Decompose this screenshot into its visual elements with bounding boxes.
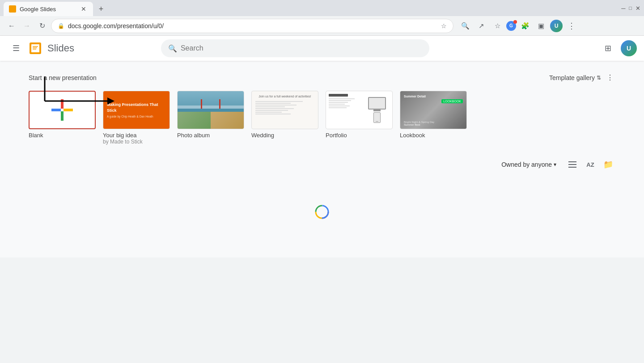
active-tab[interactable]: Google Slides ✕ xyxy=(4,2,93,16)
tab-strip: Google Slides ✕ + xyxy=(0,0,618,16)
star-icon[interactable]: ☆ xyxy=(490,19,504,33)
main-content: Start a new presentation Template galler… xyxy=(0,61,644,257)
refresh-button[interactable]: ↻ xyxy=(36,20,48,32)
template-gallery-button[interactable]: Template gallery ⇅ ⋮ xyxy=(549,72,615,84)
template-wedding[interactable]: Join us for a full weekend of activities… xyxy=(251,91,318,139)
hamburger-button[interactable]: ☰ xyxy=(7,39,25,57)
app-title: Slides xyxy=(47,42,74,54)
svg-rect-2 xyxy=(33,46,38,47)
grid-apps-icon[interactable]: ⊞ xyxy=(599,39,617,57)
search-bar[interactable]: 🔍 xyxy=(161,39,429,57)
svg-rect-1 xyxy=(31,44,39,52)
slides-logo xyxy=(29,42,42,55)
svg-rect-8 xyxy=(51,109,61,111)
gallery-label: Template gallery xyxy=(549,74,595,81)
wedding-line1: Join us for a full weekend of activities… xyxy=(255,95,314,98)
sort-az-icon[interactable]: AZ xyxy=(583,157,597,172)
tab-label: Google Slides xyxy=(20,6,56,13)
portfolio-label: Portfolio xyxy=(326,132,347,139)
folder-icon[interactable]: 📁 xyxy=(601,157,615,172)
google-plus-icon xyxy=(51,99,73,121)
pa-bottom xyxy=(178,112,244,129)
svg-rect-3 xyxy=(33,47,37,48)
user-avatar-app[interactable]: U xyxy=(621,40,637,56)
svg-rect-10 xyxy=(61,99,64,109)
extension-badge[interactable]: G xyxy=(506,21,516,31)
chevron-up-down-icon: ⇅ xyxy=(597,75,601,81)
search-icon: 🔍 xyxy=(168,44,177,53)
back-button[interactable]: ← xyxy=(5,20,18,32)
wedding-label: Wedding xyxy=(251,132,274,139)
blank-label: Blank xyxy=(29,132,43,139)
more-options-icon[interactable]: ⋮ xyxy=(564,19,579,33)
template-photo-album[interactable]: Photo album xyxy=(177,91,244,139)
loading-container: @keyframes spin { to { transform: rotate… xyxy=(29,177,615,247)
svg-rect-12 xyxy=(568,161,576,162)
lookbook-label: Lookbook xyxy=(400,132,425,139)
lookbook-thumb: Summer Detail LOOKBOOK Summer Best Brigh… xyxy=(400,91,467,129)
search-input[interactable] xyxy=(181,44,422,52)
more-vert-icon[interactable]: ⋮ xyxy=(605,72,615,84)
tab-close-icon[interactable]: ✕ xyxy=(80,5,88,13)
svg-rect-4 xyxy=(33,49,36,50)
spinner-svg: @keyframes spin { to { transform: rotate… xyxy=(314,204,330,220)
window-controls: ─ □ ✕ xyxy=(618,0,644,16)
app-header: ☰ Slides 🔍 ⊞ U xyxy=(0,36,644,61)
close-window-icon[interactable]: ✕ xyxy=(636,5,640,12)
wedding-thumb: Join us for a full weekend of activities… xyxy=(251,91,318,129)
ybi-label: Your big idea xyxy=(103,132,136,139)
templates-row: Blank Making Presentations That Stick A … xyxy=(29,91,615,145)
wedding-lines xyxy=(255,101,314,114)
app-header-right: ⊞ U xyxy=(599,39,637,57)
loading-spinner: @keyframes spin { to { transform: rotate… xyxy=(314,204,330,220)
svg-rect-14 xyxy=(568,167,576,168)
search-browser-icon[interactable]: 🔍 xyxy=(458,19,472,33)
address-bar[interactable]: 🔒 docs.google.com/presentation/u/0/ ☆ xyxy=(51,19,453,33)
templates-header: Start a new presentation Template galler… xyxy=(29,72,615,84)
blank-thumb xyxy=(29,91,96,129)
browser-chrome: Google Slides ✕ + ─ □ ✕ xyxy=(0,0,644,16)
portfolio-thumb xyxy=(326,91,393,129)
share-icon[interactable]: ↗ xyxy=(474,19,488,33)
sidebar-toggle-icon[interactable]: ▣ xyxy=(534,19,548,33)
slides-logo-svg xyxy=(29,42,42,55)
template-blank[interactable]: Blank xyxy=(29,91,96,139)
template-your-big-idea[interactable]: Making Presentations That Stick A guide … xyxy=(103,91,170,145)
svg-rect-9 xyxy=(64,109,73,111)
template-lookbook[interactable]: Summer Detail LOOKBOOK Summer Best Brigh… xyxy=(400,91,467,139)
svg-rect-11 xyxy=(61,111,64,121)
start-new-label: Start a new presentation xyxy=(29,74,97,81)
lock-icon: 🔒 xyxy=(58,23,64,29)
tab-favicon xyxy=(9,5,16,13)
new-tab-button[interactable]: + xyxy=(95,3,107,15)
owned-by-button[interactable]: Owned by anyone ▾ xyxy=(496,158,562,171)
user-avatar-browser[interactable]: U xyxy=(550,20,563,32)
bookmark-icon[interactable]: ☆ xyxy=(441,22,447,30)
pa-label: Photo album xyxy=(177,132,210,139)
pa-bottom-right xyxy=(211,112,244,129)
chevron-down-icon: ▾ xyxy=(554,161,556,168)
puzzle-icon[interactable]: 🧩 xyxy=(518,19,532,33)
maximize-icon[interactable]: □ xyxy=(629,5,632,11)
owned-by-label: Owned by anyone xyxy=(501,161,552,168)
address-bar-row: ← → ↻ 🔒 docs.google.com/presentation/u/0… xyxy=(0,16,644,36)
address-bar-right: 🔍 ↗ ☆ G 🧩 ▣ U ⋮ xyxy=(458,19,579,33)
ybi-thumb: Making Presentations That Stick A guide … xyxy=(103,91,170,129)
pa-bottom-left xyxy=(178,112,211,129)
list-view-icon[interactable] xyxy=(565,157,580,172)
ybi-line1: Making Presentations That Stick xyxy=(107,102,166,113)
loading-spinner-wrap: @keyframes spin { to { transform: rotate… xyxy=(314,204,330,220)
forward-button[interactable]: → xyxy=(21,20,33,32)
pa-top-image xyxy=(178,91,244,112)
svg-rect-13 xyxy=(568,164,576,165)
minimize-icon[interactable]: ─ xyxy=(621,5,625,12)
pa-thumb xyxy=(177,91,244,129)
url-text: docs.google.com/presentation/u/0/ xyxy=(68,22,164,30)
files-header: Owned by anyone ▾ AZ 📁 xyxy=(29,157,615,172)
template-portfolio[interactable]: Portfolio xyxy=(326,91,393,139)
ybi-line2: A guide by Chip Heath & Dan Heath xyxy=(107,115,153,118)
list-view-svg xyxy=(568,160,576,169)
ybi-sublabel: by Made to Stick xyxy=(103,139,143,145)
